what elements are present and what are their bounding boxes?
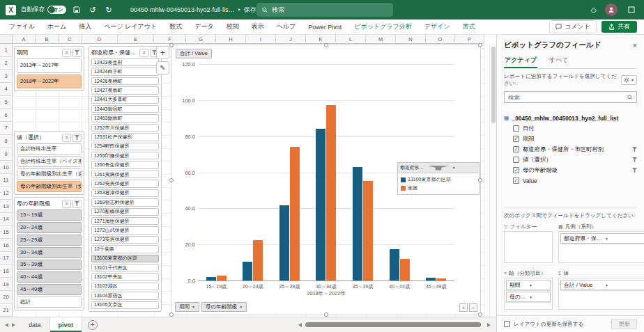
slicer-item[interactable]: 35～39歳 xyxy=(17,260,82,271)
field-row[interactable]: ✓Value xyxy=(504,175,637,186)
grid-row-header[interactable]: 10 xyxy=(0,161,13,174)
horizontal-scrollbar[interactable] xyxy=(298,322,491,328)
field-checkbox[interactable]: ✓ xyxy=(513,167,519,173)
slicer-item[interactable]: 12424白子町 xyxy=(91,68,159,75)
sheet-tab-pivot[interactable]: pivot xyxy=(50,317,83,332)
fields-search-box[interactable] xyxy=(504,91,637,103)
slicer-item[interactable]: 20～24歳 xyxy=(17,222,82,233)
slicer-item[interactable]: 1254野田保健所 xyxy=(91,143,159,150)
defer-layout-checkbox[interactable] xyxy=(504,321,510,327)
ribbon-tab[interactable]: Power Pivot xyxy=(302,19,348,34)
ribbon-tab[interactable]: 表示 xyxy=(245,19,270,34)
slicer-item[interactable]: 12441大多喜町 xyxy=(91,96,159,104)
slicer-item[interactable]: 13100東京都の区部 xyxy=(91,255,159,262)
grid-row-header[interactable]: 5 xyxy=(0,96,13,109)
grid-row-header[interactable]: 15 xyxy=(0,226,13,239)
vertical-scrollbar[interactable] xyxy=(489,44,496,317)
grid-column-header[interactable]: D xyxy=(82,35,118,44)
table-name-row[interactable]: ▦ _00450_mhlw_00450013_hyo2_full_list xyxy=(504,113,637,123)
slicer-item[interactable]: 12427長南町 xyxy=(91,86,159,94)
chart-elements-button[interactable]: + xyxy=(156,46,169,59)
ribbon-tab[interactable]: ページ レイアウト xyxy=(98,19,163,34)
slicer-clear-filter-icon[interactable] xyxy=(72,200,82,208)
slicer-item[interactable]: 12423長生村 xyxy=(91,58,159,66)
sheet-nav-left-icon[interactable] xyxy=(5,323,8,327)
grid-column-header[interactable]: M xyxy=(366,35,396,44)
slicer-item[interactable]: 1272山武保健所 xyxy=(91,226,159,234)
grid-column-header[interactable]: I xyxy=(246,35,276,44)
fields-search-input[interactable] xyxy=(508,94,624,101)
ribbon-tab[interactable]: ホーム xyxy=(41,19,72,34)
slicer-item[interactable]: 12千葉県 xyxy=(91,245,159,253)
scroll-left-icon[interactable] xyxy=(298,323,302,327)
slicer-multiselect-icon[interactable]: ≡ xyxy=(62,134,71,142)
slicer-item[interactable]: 2013年～2017年 xyxy=(17,58,82,73)
grid-column-header[interactable]: A xyxy=(13,35,36,44)
field-row[interactable]: ✓母の年齢階級 xyxy=(504,165,637,175)
search-box[interactable] xyxy=(256,3,393,17)
slicer-item[interactable]: 2018年～2022年 xyxy=(17,74,82,89)
save-icon[interactable] xyxy=(71,4,82,15)
select-all-corner[interactable] xyxy=(0,35,13,44)
ribbon-tab[interactable]: デザイン xyxy=(418,19,457,34)
grid-column-header[interactable]: J xyxy=(276,35,306,44)
grid-column-header[interactable]: K xyxy=(306,35,336,44)
slicer-item[interactable]: 母の年齢階級別出生率（女性人口千対） xyxy=(17,168,82,180)
chart-selection-handle[interactable] xyxy=(324,313,328,317)
ribbon-tab[interactable]: 書式 xyxy=(457,19,482,34)
slicer-item[interactable]: 13105文京区 xyxy=(91,301,159,309)
chart-selection-handle[interactable] xyxy=(478,43,482,47)
slicer-age-group[interactable]: 母の年齢階級≡15～19歳20～24歳25～29歳30～34歳35～39歳40～… xyxy=(14,197,84,310)
slicer-item[interactable]: 13103港区 xyxy=(91,283,159,290)
bar[interactable] xyxy=(353,167,362,280)
slicer-multiselect-icon[interactable]: ≡ xyxy=(62,49,71,57)
share-button[interactable]: 共有 xyxy=(601,21,637,33)
ribbon-tab[interactable]: ピボットグラフ分析 xyxy=(348,19,417,34)
field-checkbox[interactable]: ✓ xyxy=(513,146,519,152)
field-checkbox[interactable] xyxy=(513,157,519,163)
chart-selection-handle[interactable] xyxy=(169,43,174,47)
grid-column-header[interactable]: E xyxy=(118,35,154,44)
field-row[interactable]: ✓期間 xyxy=(504,134,637,144)
slicer-item[interactable]: 12463鋸南町 xyxy=(91,114,159,122)
grid-column-header[interactable]: C xyxy=(59,35,82,44)
area-field-pill[interactable]: 期間▼ xyxy=(506,280,551,290)
grid-row-header[interactable]: 1 xyxy=(0,44,13,57)
bar[interactable] xyxy=(243,262,252,280)
grid-column-header[interactable]: F xyxy=(154,35,186,44)
grid-row-header[interactable]: 12 xyxy=(0,187,13,200)
bar[interactable] xyxy=(290,147,300,280)
zoom-in-button[interactable]: + xyxy=(459,303,468,312)
bar[interactable] xyxy=(390,249,399,280)
slicer-item[interactable]: 合計特殊出生率 xyxy=(17,143,82,155)
grid-row-header[interactable]: 9 xyxy=(0,148,13,161)
chart-selection-handle[interactable] xyxy=(478,178,482,182)
area-field-pill[interactable]: 母の年齢階級▼ xyxy=(506,292,551,302)
drop-area-well[interactable]: 合計 / Value▼ xyxy=(558,278,644,310)
update-button[interactable]: 更新 xyxy=(611,319,637,329)
slicer-item[interactable]: 12531松戸保健所 xyxy=(91,133,159,141)
sparkle-icon[interactable]: ◇ xyxy=(591,6,597,15)
pivot-chart[interactable]: 合計 / Value 0.020.040.060.080.0100.0120.0… xyxy=(171,45,481,315)
tools-button[interactable]: ▼ xyxy=(621,75,637,85)
autosave-toggle[interactable]: 自動保存 オン xyxy=(21,6,66,14)
grid-column-header[interactable]: N xyxy=(396,35,426,44)
sheet-nav-right-icon[interactable] xyxy=(12,323,15,327)
ribbon-tab[interactable]: ファイル xyxy=(3,19,41,34)
chart-selection-handle[interactable] xyxy=(169,178,174,182)
drop-area-well[interactable]: 期間▼母の年齢階級▼ xyxy=(504,278,553,310)
search-input[interactable] xyxy=(272,6,388,13)
slicer-multiselect-icon[interactable]: ≡ xyxy=(139,49,148,57)
vertical-scrollbar-thumb[interactable] xyxy=(491,47,496,123)
grid-row-header[interactable]: 8 xyxy=(0,135,13,148)
drop-area-well[interactable]: 都道府県・保健所・市区町村別▼ xyxy=(558,231,644,263)
slicer-item[interactable]: 1263君津保健所 xyxy=(91,189,159,197)
grid-column-header[interactable]: L xyxy=(336,35,366,44)
bar[interactable] xyxy=(436,278,446,280)
slicer-item[interactable]: 13102中央区 xyxy=(91,273,159,280)
field-checkbox[interactable] xyxy=(513,125,519,132)
area-field-pill[interactable]: 合計 / Value▼ xyxy=(560,280,644,290)
slicer-item[interactable]: 15～19歳 xyxy=(17,210,82,221)
add-sheet-button[interactable]: + xyxy=(88,320,98,330)
slicer-item[interactable]: 1255印旛保健所 xyxy=(91,152,159,159)
